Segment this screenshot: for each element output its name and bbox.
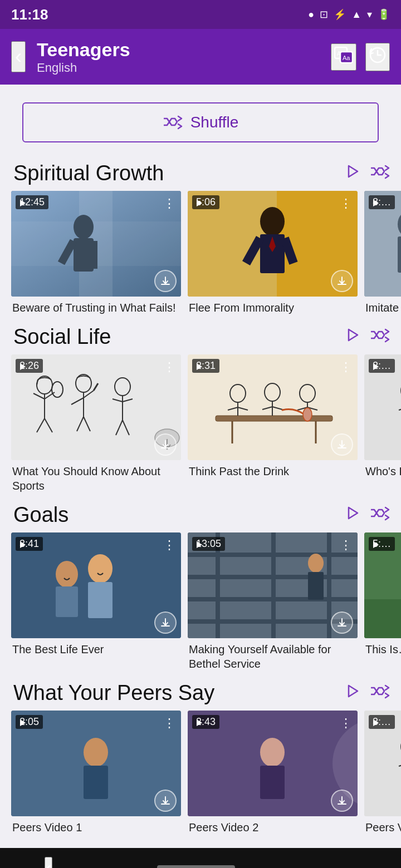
card-goals-1: 13:05 ⋮ Making Yourself Available for Be… xyxy=(188,532,358,671)
play-icon-spiritual-growth-0 xyxy=(20,200,26,206)
section-actions-what-your-peers-say xyxy=(343,682,390,704)
card-thumb-social-life-1[interactable]: 2:31 ⋮ xyxy=(188,354,358,460)
card-thumb-spiritual-growth-1[interactable]: 5:06 ⋮ xyxy=(188,191,358,297)
card-download-button-what-your-peers-say-0[interactable] xyxy=(154,790,177,812)
shuffle-button[interactable]: Shuffle xyxy=(22,102,379,142)
section-play-button-goals[interactable] xyxy=(343,504,361,526)
card-more-button-goals-1[interactable]: ⋮ xyxy=(338,536,354,555)
card-thumb-goals-0[interactable]: 3:41 ⋮ xyxy=(11,532,181,638)
section-shuffle-button-what-your-peers-say[interactable] xyxy=(370,683,390,703)
card-spiritual-growth-1: 5:06 ⋮ Flee From Immorality xyxy=(188,191,358,315)
card-duration-what-your-peers-say-2: 3:… xyxy=(369,715,395,729)
card-more-button-what-your-peers-say-0[interactable]: ⋮ xyxy=(161,714,178,733)
section-shuffle-button-social-life[interactable] xyxy=(370,327,390,347)
shuffle-label: Shuffle xyxy=(190,114,239,131)
play-icon-what-your-peers-say-2 xyxy=(373,719,379,726)
card-more-button-social-life-0[interactable]: ⋮ xyxy=(161,358,178,377)
card-more-button-spiritual-growth-0[interactable]: ⋮ xyxy=(161,194,178,213)
section-header-social-life: Social Life xyxy=(0,319,401,354)
section-goals: Goals xyxy=(0,497,401,671)
section-actions-goals xyxy=(343,504,390,526)
svg-point-88 xyxy=(88,554,113,583)
card-duration-social-life-0: 2:26 xyxy=(16,359,43,373)
home-indicator[interactable] xyxy=(157,865,235,868)
card-more-button-goals-0[interactable]: ⋮ xyxy=(161,536,178,555)
card-thumb-goals-2[interactable]: 5:… ⋮ xyxy=(364,532,401,638)
svg-rect-111 xyxy=(260,766,285,799)
sections-container: Spiritual Growth xyxy=(0,156,401,835)
card-goals-0: 3:41 ⋮ The Best Life Ever xyxy=(11,532,181,671)
card-thumb-spiritual-growth-0[interactable]: 12:45 ⋮ xyxy=(11,191,181,297)
card-download-button-goals-1[interactable] xyxy=(331,611,353,634)
play-icon-spiritual-growth-1 xyxy=(197,200,202,206)
card-more-button-social-life-1[interactable]: ⋮ xyxy=(338,358,354,377)
section-header-spiritual-growth: Spiritual Growth xyxy=(0,156,401,191)
card-thumb-what-your-peers-say-0[interactable]: 2:05 ⋮ xyxy=(11,711,181,816)
cards-row-what-your-peers-say: 2:05 ⋮ Peers Video 1 xyxy=(0,711,401,835)
shuffle-container: Shuffle xyxy=(0,93,401,156)
section-shuffle-button-spiritual-growth[interactable] xyxy=(370,163,390,184)
status-icons: ● ⊡ ⚡ ▲ ▾ 🔋 xyxy=(308,8,390,21)
svg-marker-105 xyxy=(349,685,358,697)
card-download-button-social-life-0[interactable] xyxy=(154,433,177,456)
dot-icon: ● xyxy=(308,9,314,21)
screen-share-icon: ⊡ xyxy=(320,8,328,21)
play-icon-goals-1 xyxy=(197,541,202,548)
card-thumb-what-your-peers-say-1[interactable]: 2:43 ⋮ xyxy=(188,711,358,816)
card-download-button-what-your-peers-say-1[interactable] xyxy=(331,790,353,812)
section-shuffle-button-goals[interactable] xyxy=(370,505,390,525)
svg-rect-108 xyxy=(84,766,108,799)
page-subtitle: English xyxy=(37,61,320,75)
svg-rect-87 xyxy=(56,586,78,617)
card-duration-social-life-2: 2:… xyxy=(369,359,395,373)
card-thumb-what-your-peers-say-2[interactable]: 3:… ⋮ xyxy=(364,711,401,816)
svg-point-107 xyxy=(84,738,108,767)
card-label-social-life-2: Who's Device xyxy=(364,464,401,479)
section-title-social-life: Social Life xyxy=(13,325,111,349)
card-more-button-what-your-peers-say-1[interactable]: ⋮ xyxy=(338,714,354,733)
card-thumb-social-life-2[interactable]: 2:… ⋮ xyxy=(364,354,401,460)
section-actions-social-life xyxy=(343,326,390,348)
card-thumb-goals-1[interactable]: 13:05 ⋮ xyxy=(188,532,358,638)
language-button[interactable]: Aa Aa xyxy=(331,43,356,71)
section-actions-spiritual-growth xyxy=(343,162,390,185)
card-duration-social-life-1: 2:31 xyxy=(192,359,219,373)
page-title: Teenagers xyxy=(37,39,320,61)
card-label-goals-2: This Is… xyxy=(364,642,401,657)
card-download-button-social-life-1[interactable] xyxy=(331,433,353,456)
card-more-button-spiritual-growth-1[interactable]: ⋮ xyxy=(338,194,354,213)
card-thumb-social-life-0[interactable]: 2:26 ⋮ xyxy=(11,354,181,460)
card-download-button-spiritual-growth-1[interactable] xyxy=(331,270,353,292)
card-download-button-spiritual-growth-0[interactable] xyxy=(154,270,177,292)
card-duration-goals-2: 5:… xyxy=(369,537,395,551)
section-title-spiritual-growth: Spiritual Growth xyxy=(13,161,164,185)
system-back-button[interactable]: ‹ xyxy=(45,857,52,868)
header: ‹ Teenagers English Aa Aa xyxy=(0,29,401,85)
svg-point-110 xyxy=(260,738,285,767)
svg-point-99 xyxy=(308,554,324,573)
svg-marker-84 xyxy=(349,507,358,519)
section-play-button-social-life[interactable] xyxy=(343,326,361,348)
card-what-your-peers-say-2: 3:… ⋮ Peers Video 3 xyxy=(364,711,401,835)
svg-point-10 xyxy=(74,215,94,239)
back-button[interactable]: ‹ xyxy=(11,41,26,72)
section-play-button-spiritual-growth[interactable] xyxy=(343,162,361,185)
section-what-your-peers-say: What Your Peers Say xyxy=(0,675,401,835)
card-thumb-spiritual-growth-2[interactable]: 8:… ⋮ xyxy=(364,191,401,297)
svg-rect-100 xyxy=(308,572,324,600)
card-label-spiritual-growth-1: Flee From Immorality xyxy=(188,300,358,315)
main-content: Shuffle Spiritual Growth xyxy=(0,85,401,848)
svg-rect-97 xyxy=(271,532,276,638)
card-social-life-0: 2:26 ⋮ What You Should Know About Sports xyxy=(11,354,181,493)
section-play-button-what-your-peers-say[interactable] xyxy=(343,682,361,704)
card-duration-spiritual-growth-2: 8:… xyxy=(369,195,395,209)
svg-rect-89 xyxy=(88,582,113,618)
svg-rect-102 xyxy=(364,599,401,638)
card-duration-goals-0: 3:41 xyxy=(16,537,43,551)
history-button[interactable] xyxy=(365,43,390,71)
card-label-what-your-peers-say-1: Peers Video 2 xyxy=(188,820,358,835)
card-spiritual-growth-0: 12:45 ⋮ Beware of Trusting in What Fails… xyxy=(11,191,181,315)
card-what-your-peers-say-0: 2:05 ⋮ Peers Video 1 xyxy=(11,711,181,835)
bottom-nav: ‹ xyxy=(0,848,401,868)
card-download-button-goals-0[interactable] xyxy=(154,611,177,634)
